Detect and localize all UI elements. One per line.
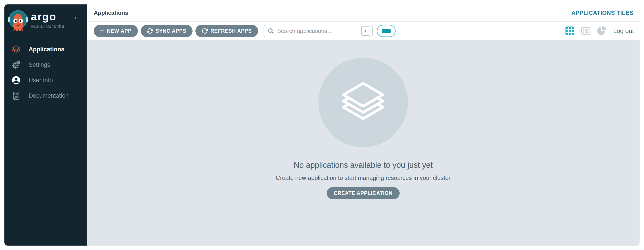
gears-icon xyxy=(11,60,21,70)
sidebar-item-documentation[interactable]: ? Documentation xyxy=(4,88,87,103)
plus-icon: + xyxy=(100,28,104,34)
collapse-sidebar-icon[interactable]: ← xyxy=(72,12,82,21)
search-box: / xyxy=(264,25,373,37)
sidebar-item-label: Applications xyxy=(29,46,64,53)
sidebar: argo v2.8.0+804d4b8 ← Applications xyxy=(4,5,87,245)
toggle-dash-icon xyxy=(382,29,390,33)
new-app-button[interactable]: + NEW APP xyxy=(94,25,138,37)
top-bar: Applications APPLICATIONS TILES xyxy=(87,5,640,22)
layers-icon-large xyxy=(337,76,389,129)
version-label: v2.8.0+804d4b8 xyxy=(31,24,64,29)
refresh-icon xyxy=(202,28,208,34)
user-icon xyxy=(11,75,21,85)
tiles-view-icon[interactable] xyxy=(565,26,575,36)
app-window: argo v2.8.0+804d4b8 ← Applications xyxy=(4,5,640,245)
sync-apps-button[interactable]: SYNC APPS xyxy=(141,25,192,37)
logo-row: argo v2.8.0+804d4b8 ← xyxy=(4,5,87,33)
toolbar-right: Log out xyxy=(565,26,634,36)
sidebar-item-label: Documentation xyxy=(29,92,69,99)
list-view-icon[interactable] xyxy=(581,26,591,36)
search-icon xyxy=(268,28,274,34)
search-input[interactable] xyxy=(277,28,361,35)
empty-state-subtitle: Create new application to start managing… xyxy=(276,175,450,181)
refresh-apps-button[interactable]: REFRESH APPS xyxy=(196,25,258,37)
logo-text: argo v2.8.0+804d4b8 xyxy=(31,12,64,29)
sidebar-item-settings[interactable]: Settings xyxy=(4,57,87,72)
favorites-toggle[interactable] xyxy=(377,25,396,37)
toolbar: + NEW APP SYNC APPS xyxy=(87,22,640,40)
sidebar-nav: Applications xyxy=(4,42,87,103)
empty-state-circle xyxy=(318,58,408,147)
sidebar-item-label: User Info xyxy=(29,77,53,84)
page-title: APPLICATIONS TILES xyxy=(571,10,634,16)
slash-shortcut-badge: / xyxy=(361,26,370,36)
sync-icon xyxy=(147,28,153,34)
sidebar-item-label: Settings xyxy=(29,61,50,68)
empty-state-title: No applications available to you just ye… xyxy=(294,161,432,170)
logout-button[interactable]: Log out xyxy=(613,27,634,35)
create-application-button[interactable]: CREATE APPLICATION xyxy=(327,187,400,199)
argo-octopus-logo-icon xyxy=(8,10,28,33)
sidebar-item-user-info[interactable]: User Info xyxy=(4,72,87,88)
pie-chart-view-icon[interactable] xyxy=(596,26,607,36)
main-area: Applications APPLICATIONS TILES + NEW AP… xyxy=(87,5,640,245)
svg-text:?: ? xyxy=(14,93,16,96)
empty-state: No applications available to you just ye… xyxy=(87,40,640,245)
breadcrumb: Applications xyxy=(94,10,128,16)
layers-icon xyxy=(11,44,21,54)
sidebar-item-applications[interactable]: Applications xyxy=(4,42,87,57)
document-icon: ? xyxy=(11,91,21,101)
argo-wordmark: argo xyxy=(31,12,64,22)
